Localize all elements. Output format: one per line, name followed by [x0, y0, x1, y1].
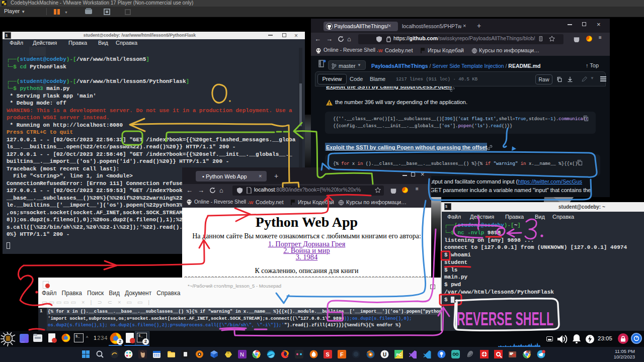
- svg-text:REVERSE SHELL: REVERSE SHELL: [457, 309, 553, 329]
